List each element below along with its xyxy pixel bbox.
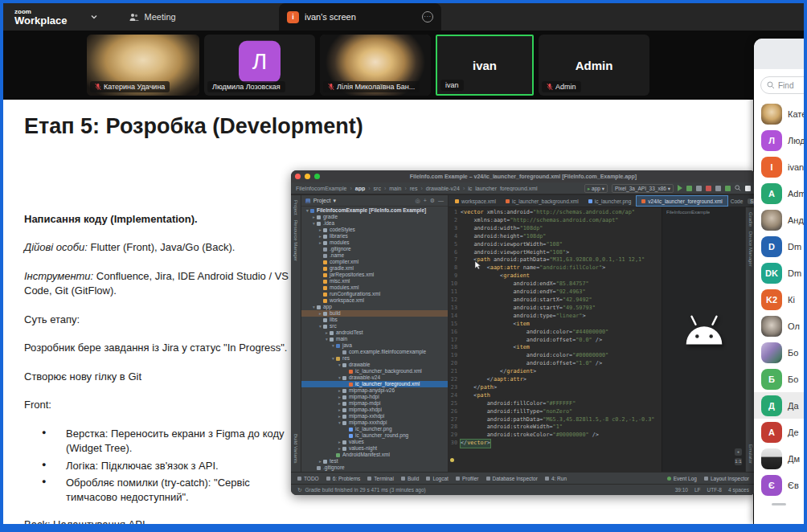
tree-toggle-icon[interactable]: ▾	[311, 220, 317, 227]
tool-label-project[interactable]: Project	[293, 200, 298, 215]
breadcrumb-item[interactable]: ic_launcher_foreground.xml	[468, 186, 537, 191]
breadcrumb-item[interactable]: src	[374, 186, 381, 191]
video-tile[interactable]: AdminAdmin	[539, 35, 649, 96]
code-editor[interactable]: 1<vector xmlns:android="http://schemas.a…	[449, 207, 662, 472]
tool-window-button[interactable]: Event Log	[667, 476, 697, 481]
participant-row[interactable]: DDm	[754, 233, 804, 260]
participant-row[interactable]: K2Кі	[754, 286, 804, 313]
status-indicator[interactable]: 4 spaces	[728, 487, 749, 493]
tree-toggle-icon[interactable]: ▸	[311, 214, 317, 220]
tree-toggle-icon[interactable]: ▸	[317, 239, 323, 246]
tool-window-button[interactable]: Logcat	[426, 476, 449, 481]
tree-node[interactable]: ▸mipmap-anydpi-v26	[301, 387, 448, 394]
tree-node[interactable]: ic_launcher.png	[301, 426, 448, 432]
more-options-icon[interactable]: ···	[422, 11, 433, 23]
run-config-chip[interactable]: ▸ app ▾	[584, 184, 608, 193]
tree-node[interactable]: ▾mipmap-xxxhdpi	[301, 419, 448, 426]
tool-window-button[interactable]: Terminal	[367, 476, 394, 481]
tree-toggle-icon[interactable]: ▾	[337, 362, 342, 368]
tree-toggle-icon[interactable]: ▸	[337, 400, 342, 407]
participant-row[interactable]: Ол	[754, 313, 804, 339]
tree-node[interactable]: ▸mipmap-hdpi	[301, 394, 448, 400]
tree-node[interactable]: ▾src	[301, 323, 448, 329]
zoom-fit-icon[interactable]: 1:1	[735, 458, 742, 465]
status-indicator[interactable]: UTF-8	[707, 487, 722, 493]
tree-toggle-icon[interactable]: ▾	[337, 419, 342, 426]
tree-node[interactable]: ▸mipmap-mdpi	[301, 400, 448, 407]
tree-node[interactable]: ▸modules	[301, 239, 448, 246]
tree-toggle-icon[interactable]: ▾	[330, 355, 336, 362]
tool-window-button[interactable]: Database Inspector	[486, 476, 538, 481]
tree-toggle-icon[interactable]: ▸	[317, 233, 323, 239]
video-tile[interactable]: ЛЛюдмила Лозовская	[204, 35, 315, 96]
coverage-icon[interactable]	[696, 186, 702, 191]
search-input[interactable]: Find	[760, 76, 804, 94]
tool-label-device-manager[interactable]: Device Manager	[748, 231, 753, 267]
tree-toggle-icon[interactable]: ▾	[337, 374, 342, 381]
profiler-icon[interactable]	[715, 186, 721, 191]
tree-node[interactable]: .gitignore	[301, 246, 448, 252]
tool-window-button[interactable]: 6: Problems	[326, 476, 361, 481]
participant-row[interactable]: Дм	[754, 445, 804, 472]
participant-row[interactable]: ЛЛюдмила	[754, 127, 804, 153]
tree-node[interactable]: .name	[301, 252, 448, 259]
breadcrumb-item[interactable]: res	[410, 186, 418, 191]
tree-toggle-icon[interactable]: ▾	[324, 336, 330, 342]
tree-node[interactable]: ▸values	[301, 439, 448, 445]
participant-row[interactable]: AAdmin	[754, 180, 804, 207]
tree-node[interactable]: ▾FileInfocomExample [FileInfo.com Exampl…	[301, 207, 448, 214]
notifications-icon[interactable]	[745, 186, 751, 191]
tree-node[interactable]: ▸mipmap-xxhdpi	[301, 413, 448, 419]
tree-node[interactable]: ▾.idea	[301, 220, 448, 227]
tree-node[interactable]: AndroidManifest.xml	[301, 452, 448, 458]
tree-node[interactable]: compiler.xml	[301, 259, 448, 265]
view-mode-code[interactable]: Code	[728, 198, 746, 204]
tree-node[interactable]: ▸mipmap-xhdpi	[301, 407, 448, 413]
status-indicator[interactable]: 39:10	[675, 487, 688, 493]
tree-node[interactable]: ▾java	[301, 342, 448, 349]
tree-node[interactable]: ▾res	[301, 355, 448, 362]
video-tile[interactable]: Лілія Миколаївна Бан...	[320, 35, 431, 96]
editor-tab[interactable]: ic_launcher_background.xml	[501, 195, 584, 207]
tree-toggle-icon[interactable]: ▾	[305, 207, 310, 214]
tool-label-build-variants[interactable]: Build Variants	[293, 434, 298, 464]
participant-row[interactable]: ДДа	[754, 392, 804, 419]
tool-label-emulator[interactable]: Emulator	[748, 444, 753, 464]
tree-toggle-icon[interactable]: ▾	[317, 323, 323, 329]
tree-toggle-icon[interactable]: ▸	[337, 413, 342, 419]
participant-row[interactable]: Андрій	[754, 207, 804, 233]
tree-node[interactable]: ic_launcher_background.xml	[301, 368, 448, 374]
tree-node[interactable]: ▸test	[301, 458, 448, 464]
tree-node[interactable]: ▸build	[301, 310, 448, 317]
tool-window-button[interactable]: 4: Run	[545, 476, 567, 481]
participant-row[interactable]: ББо	[754, 366, 804, 392]
tool-label-resource-manager[interactable]: Resource Manager	[293, 220, 298, 261]
tree-node[interactable]: ic_launcher_foreground.xml	[301, 381, 448, 387]
tree-toggle-icon[interactable]: ▸	[317, 310, 323, 317]
tree-node[interactable]: jarRepositories.xml	[301, 272, 448, 278]
tree-node[interactable]: gradle.xml	[301, 265, 448, 272]
status-indicator[interactable]: LF	[694, 487, 701, 493]
chevron-down-icon[interactable]	[90, 13, 98, 21]
tree-node[interactable]: runConfigurations.xml	[301, 291, 448, 297]
tree-toggle-icon[interactable]: ▾	[311, 304, 317, 310]
stop-icon[interactable]	[706, 186, 711, 191]
refresh-icon[interactable]: ↻	[297, 487, 301, 493]
tree-node[interactable]: libs	[301, 317, 448, 323]
tool-window-button[interactable]: Layout Inspector	[704, 476, 749, 481]
tree-toggle-icon[interactable]: ▸	[317, 458, 323, 464]
tree-toggle-icon[interactable]: ▸	[337, 387, 342, 394]
tree-node[interactable]: ▸codeStyles	[301, 227, 448, 233]
tab-meeting[interactable]: Meeting	[129, 12, 176, 22]
hide-icon[interactable]: —	[438, 198, 444, 204]
zoom-in-icon[interactable]: +	[735, 448, 742, 456]
tree-node[interactable]: misc.xml	[301, 278, 448, 284]
search-icon[interactable]	[735, 185, 741, 191]
run-icon[interactable]	[678, 185, 682, 191]
tree-toggle-icon[interactable]: ▸	[337, 407, 342, 413]
sync-icon[interactable]	[725, 186, 731, 191]
tree-node[interactable]: ic_launcher_round.png	[301, 432, 448, 439]
tree-node[interactable]: ▸libraries	[301, 233, 448, 239]
tree-node[interactable]: ▸androidTest	[301, 329, 448, 336]
tree-toggle-icon[interactable]: ▸	[337, 445, 342, 452]
